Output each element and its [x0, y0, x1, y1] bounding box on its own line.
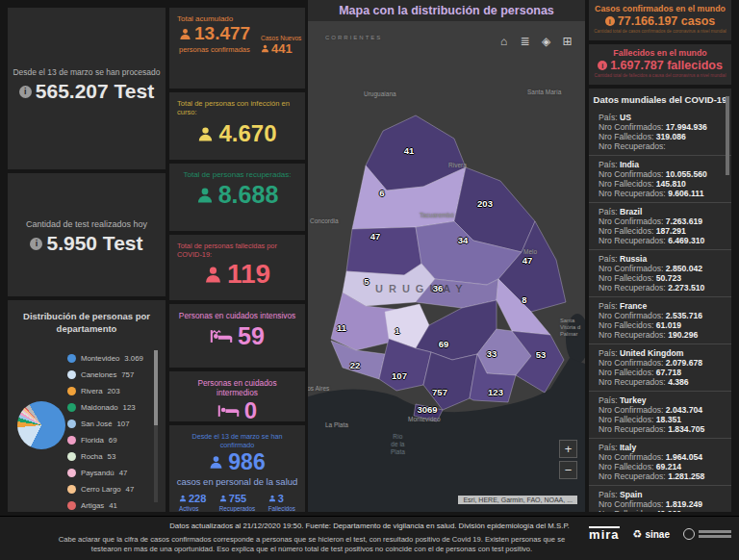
footer-logos: mira ♻ sinae [589, 526, 731, 542]
info-icon [30, 238, 42, 250]
world-data-panel: Datos mundiales del COVID-19 País: US Nr… [589, 89, 731, 512]
legend-item: Florida69 [67, 432, 148, 448]
legend-item: Montevideo3.069 [67, 350, 148, 367]
legend-swatch [67, 469, 76, 477]
intermediate-care-title: Personas en cuidados intermedios [169, 371, 305, 397]
person-icon [204, 266, 222, 284]
map-marker-rocha[interactable]: 53 [536, 349, 547, 360]
map-marker-flores[interactable]: 1 [395, 325, 399, 336]
country-entry: País: United Kingdom Nro Confirmados: 2.… [589, 344, 731, 391]
legend-swatch [67, 403, 76, 412]
map-marker-treinta-y-tres[interactable]: 8 [522, 294, 526, 305]
mira-logo: mira [589, 526, 619, 542]
map-marker-maldonado[interactable]: 123 [488, 387, 503, 397]
map-marker-durazno[interactable]: 36 [433, 283, 444, 293]
map-marker-montevideo[interactable]: 3069 [417, 404, 437, 415]
legend-item: Canelones757 [67, 367, 148, 383]
health-stat-active: 228 Activos [179, 493, 206, 512]
map-marker-soriano[interactable]: 11 [337, 322, 346, 333]
country-entry: País: India Nro Confirmados: 10.055.560 … [589, 155, 731, 202]
tests-today-caption: Cantidad de test realizados hoy [8, 219, 166, 229]
legend-item: Rocha53 [67, 448, 148, 465]
map-marker-canelones[interactable]: 757 [432, 387, 447, 397]
country-label: URUGUAY [375, 283, 469, 294]
sinae-icon: ♻ [633, 528, 643, 541]
legend-item: Artigas41 [67, 497, 148, 512]
recovered-title: Total de personas recuperadas: [169, 164, 305, 179]
icu-title: Personas en cuidados intensivos [169, 304, 305, 320]
basemap-grid-icon[interactable]: ⊞ [559, 33, 575, 49]
person-icon [179, 28, 191, 40]
map-marker-rivera[interactable]: 203 [477, 198, 493, 209]
map-marker-colonia[interactable]: 22 [350, 360, 361, 370]
geo-label-rivera: Rivera [448, 162, 467, 168]
icu-value: 59 [169, 322, 305, 350]
geo-label-santa-maria: Santa María [527, 89, 561, 95]
active-cases-panel: Total de personas con infección en curso… [169, 92, 305, 160]
map-marker-florida[interactable]: 69 [439, 339, 449, 349]
map-marker-lavalleja[interactable]: 33 [487, 348, 497, 359]
intermediate-care-panel: Personas en cuidados intermedios 0 [169, 371, 305, 421]
map-marker-artigas[interactable]: 41 [404, 145, 415, 156]
layers-icon[interactable]: ◈ [538, 33, 554, 49]
country-entry: País: Spain Nro Confirmados: 1.819.249 N… [589, 485, 731, 512]
recovered-panel: Total de personas recuperadas: 8.688 [169, 164, 305, 231]
active-cases-value: 4.670 [169, 120, 305, 147]
legend-scrollbar-thumb[interactable] [154, 350, 158, 425]
msp-logo [683, 528, 731, 540]
distribution-title: Distribución de personas por departament… [8, 300, 166, 335]
person-icon [261, 44, 269, 53]
health-personnel-value: 986 [169, 449, 305, 475]
map-title: Mapa con la distribución de personas [308, 0, 585, 21]
dept-paysandu[interactable] [346, 227, 421, 275]
country-entry: País: Italy Nro Confirmados: 1.964.054 N… [589, 438, 731, 485]
world-cases-panel: Casos confirmados en el mundo 77.166.197… [589, 0, 731, 40]
country-entry: País: Russia Nro Confirmados: 2.850.042 … [589, 249, 731, 296]
person-icon [179, 495, 187, 502]
country-entry: País: Turkey Nro Confirmados: 2.043.704 … [589, 391, 731, 438]
health-stat-deaths: 3 Fallecidos [268, 493, 295, 512]
total-accumulated-panel: Total acumulado 13.477 personas confirma… [169, 8, 305, 89]
dept-canelones[interactable] [423, 352, 477, 410]
info-icon [598, 61, 607, 70]
person-icon [219, 495, 227, 502]
health-personnel-panel: Desde el 13 de marzo se han confirmado 9… [169, 425, 305, 512]
world-cases-value: 77.166.197 casos [589, 14, 731, 28]
tests-processed-panel: Desde el 13 de marzo se han procesado 56… [8, 8, 166, 169]
home-icon[interactable]: ⌂ [496, 33, 512, 49]
health-personnel-subtitle: casos en personal de la salud [169, 476, 305, 487]
person-icon [196, 187, 214, 204]
legend-list-icon[interactable]: ≣ [517, 33, 533, 49]
legend-swatch [67, 485, 76, 494]
country-entry: País: US Nro Confirmados: 17.994.936 Nro… [589, 109, 731, 155]
accumulated-title: Total acumulado [169, 8, 305, 23]
map-marker-rio-negro[interactable]: 5 [364, 276, 369, 287]
info-icon [605, 16, 615, 26]
legend-swatch [67, 436, 76, 445]
geo-label-la-plata: La Plata [325, 421, 348, 428]
person-icon [268, 495, 276, 502]
tests-processed-value: 565.207 Test [8, 80, 166, 103]
world-list-scrollbar-thumb[interactable] [726, 96, 729, 175]
world-data-title: Datos mundiales del COVID-19 [589, 89, 731, 109]
map-marker-san-jose[interactable]: 107 [392, 370, 407, 381]
new-cases-label: Casos Nuevos [261, 35, 305, 41]
active-cases-title: Total de personas con infección en curso… [169, 92, 305, 116]
hospital-bed-icon [210, 329, 233, 344]
map-marker-salto[interactable]: 6 [379, 188, 384, 198]
zoom-in-button[interactable]: + [559, 440, 577, 458]
map-canvas[interactable]: URUGUAY CORRIENTES Uruguaiana Santa Marí… [308, 21, 585, 512]
map-marker-tacuarembo[interactable]: 34 [458, 235, 469, 245]
legend-scrollbar [154, 350, 158, 502]
legend-item: Paysandú47 [67, 465, 148, 481]
geo-label-concordia: Concordia [310, 217, 339, 224]
map-marker-paysandu[interactable]: 47 [370, 231, 381, 242]
geo-label-corrientes: CORRIENTES [325, 35, 382, 40]
world-cases-title: Casos confirmados en el mundo [589, 4, 731, 13]
map-marker-cerro-largo[interactable]: 47 [522, 255, 533, 266]
world-deaths-panel: Fallecidos en el mundo 1.697.787 falleci… [589, 44, 731, 85]
intermediate-care-value: 0 [169, 397, 305, 421]
zoom-out-button[interactable]: − [559, 461, 577, 479]
new-cases-value: 441 [261, 41, 305, 56]
deaths-value: 119 [169, 259, 305, 290]
